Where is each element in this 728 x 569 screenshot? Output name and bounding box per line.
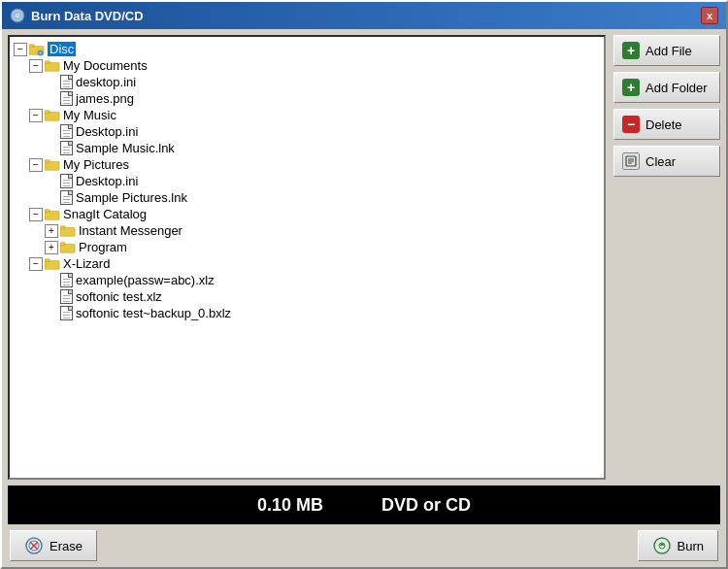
tree-item-label: My Music	[63, 108, 116, 122]
close-button[interactable]: x	[701, 7, 718, 24]
svg-rect-19	[60, 242, 65, 245]
svg-rect-21	[45, 258, 50, 261]
folder-icon	[45, 158, 60, 172]
tree-root[interactable]: − Disc	[14, 41, 600, 57]
folder-expander[interactable]: +	[45, 224, 58, 238]
file-icon	[60, 91, 73, 106]
add-file-icon: +	[622, 42, 640, 59]
tree-item[interactable]: − SnagIt Catalog	[14, 206, 600, 222]
svg-point-2	[17, 15, 18, 17]
status-bar: 0.10 MB DVD or CD	[8, 485, 720, 524]
sidebar: + Add File + Add Folder − Delete	[610, 29, 726, 485]
file-icon	[60, 273, 73, 287]
file-icon	[60, 174, 73, 188]
add-file-button[interactable]: + Add File	[613, 35, 720, 66]
tree-item-label: example(passw=abc).xlz	[76, 273, 215, 287]
file-icon	[60, 306, 73, 320]
svg-rect-13	[45, 159, 50, 162]
folder-expander[interactable]: −	[29, 158, 43, 172]
folder-expander[interactable]: −	[29, 59, 43, 73]
svg-rect-12	[45, 161, 59, 170]
file-icon	[60, 124, 73, 139]
root-expander[interactable]: −	[14, 43, 27, 56]
erase-label: Erase	[50, 539, 83, 553]
svg-rect-8	[45, 62, 59, 71]
delete-button[interactable]: − Delete	[613, 109, 720, 140]
tree-item[interactable]: + Instant Messenger	[14, 222, 600, 239]
tree-item-label: desktop.ini	[76, 75, 136, 89]
tree-item[interactable]: Desktop.ini	[14, 123, 600, 140]
svg-rect-18	[60, 244, 75, 252]
clear-icon	[622, 152, 640, 170]
folder-icon	[60, 224, 76, 238]
add-folder-button[interactable]: + Add Folder	[613, 72, 720, 103]
folder-expander[interactable]: −	[29, 257, 43, 271]
file-icon	[60, 75, 73, 89]
tree-item-label: SnagIt Catalog	[63, 207, 147, 221]
tree-item-label: Desktop.ini	[76, 124, 138, 139]
window-body: − Disc − My Documentsdesktop.inijames.pn…	[2, 29, 726, 485]
tree-panel[interactable]: − Disc − My Documentsdesktop.inijames.pn…	[8, 35, 606, 480]
clear-button[interactable]: Clear	[613, 146, 720, 177]
tree-item[interactable]: james.png	[14, 90, 600, 107]
tree-item-label: james.png	[76, 91, 134, 106]
tree-item-label: My Pictures	[63, 157, 129, 172]
burn-button[interactable]: Burn	[638, 530, 718, 561]
folder-icon	[45, 59, 60, 73]
title-bar-left: Burn Data DVD/CD	[10, 8, 144, 23]
tree-item-label: Sample Pictures.lnk	[76, 190, 187, 205]
tree-item[interactable]: − X-Lizard	[14, 255, 600, 272]
main-window: Burn Data DVD/CD x − Disc −	[0, 0, 728, 569]
tree-item-label: Instant Messenger	[79, 223, 182, 238]
tree-item[interactable]: − My Documents	[14, 57, 600, 74]
tree-item[interactable]: desktop.ini	[14, 74, 600, 90]
disc-folder-icon	[29, 43, 45, 56]
tree-item[interactable]: softonic test~backup_0.bxlz	[14, 305, 600, 321]
svg-rect-20	[45, 260, 59, 269]
tree-item[interactable]: + Program	[14, 239, 600, 255]
svg-rect-5	[29, 44, 34, 47]
svg-rect-16	[60, 227, 75, 236]
folder-expander[interactable]: +	[45, 241, 58, 254]
tree-item-label: Sample Music.lnk	[76, 141, 175, 155]
disc-type: DVD or CD	[381, 495, 471, 516]
svg-rect-14	[45, 211, 59, 219]
tree-item[interactable]: − My Pictures	[14, 156, 600, 173]
add-file-label: Add File	[645, 44, 692, 58]
burn-label: Burn	[678, 539, 704, 553]
footer: Erase Burn	[2, 524, 726, 567]
tree-item[interactable]: softonic test.xlz	[14, 288, 600, 305]
tree-item[interactable]: example(passw=abc).xlz	[14, 272, 600, 288]
folder-icon	[45, 208, 60, 221]
svg-rect-15	[45, 209, 50, 212]
tree-container: − My Documentsdesktop.inijames.png− My M…	[14, 57, 600, 321]
erase-button[interactable]: Erase	[10, 530, 97, 561]
folder-icon	[45, 257, 60, 271]
burn-icon	[652, 536, 672, 555]
folder-expander[interactable]: −	[29, 109, 43, 122]
svg-rect-11	[45, 110, 50, 113]
clear-label: Clear	[645, 154, 676, 169]
folder-icon	[45, 109, 60, 122]
tree-item-label: Program	[79, 240, 127, 254]
tree-item-label: X-Lizard	[63, 256, 110, 271]
file-icon	[60, 289, 73, 304]
file-icon	[60, 141, 73, 155]
svg-rect-17	[60, 225, 65, 228]
tree-item[interactable]: − My Music	[14, 107, 600, 123]
add-folder-label: Add Folder	[645, 81, 708, 95]
tree-item[interactable]: Desktop.ini	[14, 173, 600, 189]
svg-rect-9	[45, 60, 50, 63]
disc-size: 0.10 MB	[257, 495, 323, 516]
delete-label: Delete	[645, 117, 682, 132]
delete-icon: −	[622, 116, 640, 133]
add-folder-icon: +	[622, 79, 640, 96]
tree-item[interactable]: Sample Music.lnk	[14, 140, 600, 156]
erase-icon	[24, 536, 44, 555]
tree-item-label: softonic test.xlz	[76, 289, 162, 304]
title-bar: Burn Data DVD/CD x	[2, 2, 726, 29]
tree-item-label: My Documents	[63, 58, 148, 73]
folder-expander[interactable]: −	[29, 208, 43, 221]
disc-label: Disc	[48, 42, 76, 56]
tree-item[interactable]: Sample Pictures.lnk	[14, 189, 600, 206]
